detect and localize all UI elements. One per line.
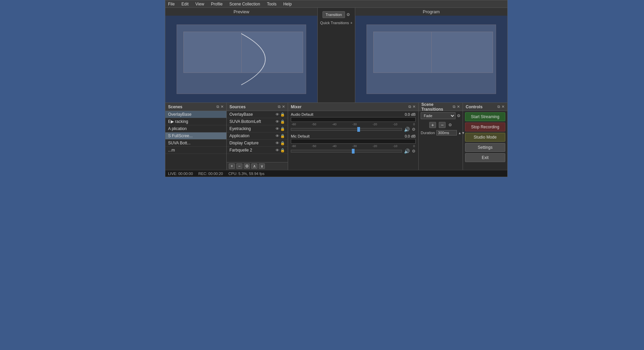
settings-button[interactable]: Settings (465, 143, 505, 152)
source-label-display-capture: Display Capture (229, 141, 258, 145)
mixer-fader-handle-audio[interactable] (357, 127, 360, 132)
source-item-application[interactable]: Application 👁 🔒 (227, 132, 288, 140)
mixer-fader-audio[interactable] (291, 128, 402, 131)
duration-row: Duration ▲▼ (419, 129, 463, 136)
scenes-close-icon[interactable]: ✕ (221, 105, 224, 109)
quick-transition-row: Quick Transitions + (320, 21, 353, 25)
preview-screen-right (241, 32, 303, 73)
source-item-display-capture[interactable]: Display Capture 👁 🔒 (227, 140, 288, 147)
transition-button[interactable]: Transition (323, 11, 345, 18)
source-item-eyetracking[interactable]: Eyetracking 👁 🔒 (227, 125, 288, 132)
mixer-popout-icon[interactable]: ⧉ (408, 105, 411, 109)
transitions-gear-icon[interactable]: ⚙ (448, 123, 452, 127)
transition-remove-button[interactable]: − (439, 122, 446, 128)
transition-gear-icon[interactable]: ⚙ (346, 12, 350, 17)
transitions-add-remove: + − ⚙ (419, 121, 463, 129)
quick-transitions-label: Quick Transitions (320, 21, 349, 25)
controls-close-icon[interactable]: ✕ (501, 105, 505, 109)
duration-input[interactable] (436, 130, 457, 136)
mixer-fader-handle-mic[interactable] (352, 149, 355, 154)
menu-tools[interactable]: Tools (266, 1, 278, 7)
sources-up-button[interactable]: ∧ (251, 163, 257, 169)
source-item-suva-bottomleft[interactable]: SUVA BottomLeft 👁 🔒 (227, 118, 288, 125)
sources-down-button[interactable]: ∨ (259, 163, 265, 169)
scenes-list: OverlayBase E▶ racking A plication S Ful… (165, 111, 226, 170)
studio-mode-button[interactable]: Studio Mode (465, 133, 505, 142)
controls-panel-title: Controls (466, 105, 482, 109)
menu-edit[interactable]: Edit (180, 1, 190, 7)
menu-scene-collection[interactable]: Scene Collection (228, 1, 261, 7)
preview-label: Preview (165, 8, 317, 16)
menu-view[interactable]: View (194, 1, 206, 7)
exit-button[interactable]: Exit (465, 153, 505, 162)
source-label-eyetracking: Eyetracking (229, 126, 251, 131)
preview-screen-left (183, 32, 245, 73)
scene-transitions-close-icon[interactable]: ✕ (457, 105, 460, 109)
scene-transitions-controls: ⧉ ✕ (453, 105, 460, 109)
stop-recording-button[interactable]: Stop Recording (465, 123, 505, 131)
source-icons-overlaybase: 👁 🔒 (275, 112, 285, 117)
mixer-settings-audio-icon[interactable]: ⚙ (412, 127, 416, 132)
mixer-settings-mic-icon[interactable]: ⚙ (412, 149, 416, 154)
source-item-farbquelle[interactable]: Farbquelle 2 👁 🔒 (227, 147, 288, 154)
start-streaming-button[interactable]: Start Streaming (465, 112, 505, 121)
source-label-application: Application (229, 133, 250, 138)
duration-label: Duration (421, 131, 435, 135)
sources-panel-header: Sources ⧉ ✕ (227, 103, 288, 111)
quick-transitions-add-icon[interactable]: + (350, 21, 352, 25)
sources-panel-controls: ⧉ ✕ (278, 105, 285, 109)
status-live: LIVE: 00:00:00 (168, 172, 193, 176)
scene-item-eyetracking[interactable]: E▶ racking (165, 118, 226, 125)
mixer-channel-mic-header: Mic Default 0.0 dB (291, 134, 416, 138)
sources-add-button[interactable]: + (229, 163, 235, 169)
mixer-bar-mic (291, 139, 416, 144)
mixer-controls-mic: 🔊 ⚙ (291, 148, 416, 154)
scene-item-overlaybase[interactable]: OverlayBase (165, 111, 226, 118)
preview-canvas (165, 16, 317, 102)
scenes-panel-header: Scenes ⧉ ✕ (165, 103, 226, 111)
controls-panel-header: Controls ⧉ ✕ (463, 103, 507, 111)
mixer-close-icon[interactable]: ✕ (413, 105, 416, 109)
preview-inner (177, 25, 306, 94)
controls-content: Start Streaming Stop Recording Studio Mo… (463, 111, 507, 163)
mixer-fader-mic[interactable] (291, 150, 402, 153)
sources-popout-icon[interactable]: ⧉ (278, 105, 281, 109)
mixer-mute-mic-icon[interactable]: 🔊 (404, 148, 410, 154)
mixer-controls-audio: 🔊 ⚙ (291, 127, 416, 132)
program-screen-left (373, 32, 435, 73)
menu-file[interactable]: File (167, 1, 176, 7)
scene-item-m[interactable]: ...m (165, 147, 226, 154)
controls-popout-icon[interactable]: ⧉ (497, 105, 500, 109)
scene-item-suva[interactable]: SUVA Bott... (165, 140, 226, 147)
mixer-panel-controls: ⧉ ✕ (408, 105, 416, 109)
sources-settings-button[interactable]: ⚙ (244, 163, 250, 169)
scenes-panel-title: Scenes (168, 105, 182, 109)
transition-add-button[interactable]: + (429, 122, 436, 128)
sources-close-icon[interactable]: ✕ (282, 105, 285, 109)
menu-profile[interactable]: Profile (210, 1, 224, 7)
scenes-popout-icon[interactable]: ⧉ (216, 105, 219, 109)
sources-remove-button[interactable]: − (236, 163, 242, 169)
fade-select[interactable]: Fade Cut Swipe Slide Stinger (421, 112, 455, 119)
mixer-mute-audio-icon[interactable]: 🔊 (404, 127, 410, 132)
mixer-channel-mic-name: Mic Default (291, 134, 310, 138)
transition-row: Transition ⚙ (323, 11, 350, 18)
bottom-panels: Scenes ⧉ ✕ OverlayBase E▶ racking A plic… (165, 102, 507, 170)
scene-item-fullscreen[interactable]: S FullScree... (165, 132, 226, 140)
mixer-content: Audio Default 0.0 dB -60 -50 -40 (288, 111, 418, 155)
status-cpu: CPU: 5.3%, 59.94 fps (228, 172, 265, 176)
program-inner (366, 25, 496, 94)
fade-gear-icon[interactable]: ⚙ (457, 113, 461, 118)
preview-content (165, 16, 317, 102)
source-item-overlaybase[interactable]: OverlayBase 👁 🔒 (227, 111, 288, 118)
mixer-panel-header: Mixer ⧉ ✕ (288, 103, 418, 111)
scene-transitions-popout-icon[interactable]: ⧉ (453, 105, 455, 109)
scenes-panel: Scenes ⧉ ✕ OverlayBase E▶ racking A plic… (165, 103, 227, 170)
sources-panel-title: Sources (229, 105, 245, 109)
source-label-farbquelle: Farbquelle 2 (229, 148, 252, 153)
sources-footer: + − ⚙ ∧ ∨ (227, 162, 288, 170)
mixer-scale-audio: -60 -50 -40 -30 -20 -10 0 (291, 123, 416, 126)
status-bar: LIVE: 00:00:00 REC: 00:00:20 CPU: 5.3%, … (165, 170, 507, 177)
scene-item-application[interactable]: A plication (165, 125, 226, 132)
menu-help[interactable]: Help (282, 1, 293, 7)
